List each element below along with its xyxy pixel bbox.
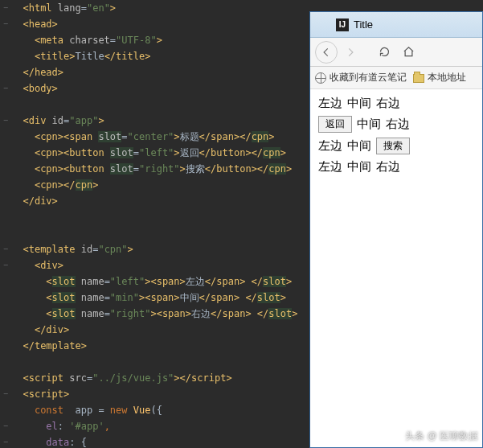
code-line[interactable]: − <body> [0,80,309,97]
code-content[interactable]: </head> [11,67,63,78]
code-content[interactable]: data: { [11,437,87,448]
fold-toggle-icon[interactable]: − [0,241,11,257]
code-line[interactable]: − <head> [0,16,309,32]
code-content[interactable]: <template id="cpn"> [11,244,133,255]
cpn-row-4: 左边 中间 右边 [318,159,474,175]
code-line[interactable]: − <template id="cpn"> [0,241,309,257]
search-slot-button[interactable]: 搜索 [376,138,410,154]
code-line[interactable]: − <script> [0,386,309,402]
back-slot-button[interactable]: 返回 [318,116,352,133]
browser-titlebar[interactable]: IJ Title [310,12,482,38]
code-content[interactable]: <title>Title</title> [11,51,150,62]
code-line[interactable]: − <div id="app"> [0,113,309,129]
bookmark-item-2[interactable]: 本地地址 [413,71,466,84]
slot-right: 右边 [376,159,400,175]
code-line[interactable] [0,209,309,225]
code-content[interactable]: <div> [11,260,63,271]
code-content[interactable] [11,228,23,239]
reload-button[interactable] [373,41,395,64]
code-line[interactable]: <cpn><button slot="right">搜索</button></c… [0,161,309,177]
code-content[interactable]: <cpn><button slot="left">返回</button></cp… [11,146,286,160]
code-line[interactable]: − <html lang="en"> [0,0,309,16]
code-line[interactable]: <cpn><span slot="center">标题</span></cpn> [0,129,309,145]
fold-toggle-icon[interactable]: − [0,16,11,32]
watermark: 头条 @ 医聊数据 [391,430,478,443]
code-line[interactable]: <slot name="right"><span>右边</span> </slo… [0,306,309,322]
slot-left: 左边 [318,159,342,175]
bookmark-label: 收藏到有道云笔记 [330,71,407,84]
globe-icon [315,72,326,84]
code-line[interactable]: − <div> [0,257,309,273]
code-content[interactable]: <html lang="en"> [11,2,116,14]
code-content[interactable] [11,99,23,110]
slot-left: 左边 [318,96,342,111]
slot-left: 左边 [318,138,342,154]
code-line[interactable]: <script src="../js/vue.js"></script> [0,370,309,386]
cpn-row-1: 左边 中间 右边 [318,96,474,111]
fold-toggle-icon[interactable]: − [0,80,11,97]
code-line[interactable]: − data: { [0,434,309,448]
slot-center: 中间 [347,96,371,111]
code-content[interactable]: const app = new Vue({ [11,405,162,416]
code-content[interactable]: <meta charset="UTF-8"> [11,35,162,46]
slot-center: 中间 [357,117,381,132]
fold-toggle-icon[interactable]: − [0,0,11,16]
code-editor[interactable]: − <html lang="en">− <head> <meta charset… [0,0,309,448]
forward-button[interactable] [339,41,362,64]
bookmark-item-1[interactable]: 收藏到有道云笔记 [315,71,407,84]
code-line[interactable]: <meta charset="UTF-8"> [0,32,309,48]
folder-icon [413,74,424,83]
code-content[interactable]: </template> [11,340,87,351]
code-content[interactable]: <cpn><button slot="right">搜索</button></c… [11,162,292,176]
code-line[interactable]: <slot name="min"><span>中间</span> </slot> [0,290,309,306]
code-content[interactable]: <div id="app"> [11,115,104,126]
code-line[interactable]: <cpn><button slot="left">返回</button></cp… [0,145,309,161]
back-button[interactable] [315,41,338,64]
code-line[interactable]: </div> [0,322,309,338]
code-line[interactable]: </div> [0,193,309,209]
cpn-row-3: 左边 中间 搜索 [318,138,474,154]
fold-toggle-icon[interactable]: − [0,113,11,129]
code-content[interactable] [11,356,23,368]
code-content[interactable]: <script src="../js/vue.js"></script> [11,372,232,384]
slot-right: 右边 [376,96,400,111]
code-content[interactable]: <body> [11,83,58,94]
code-line[interactable]: const app = new Vue({ [0,402,309,418]
code-line[interactable]: <title>Title</title> [0,48,309,64]
fold-toggle-icon[interactable]: − [0,418,11,434]
cpn-row-2: 返回 中间 右边 [318,116,474,133]
home-button[interactable] [397,41,420,64]
watermark-text: 头条 @ 医聊数据 [405,430,478,443]
code-content[interactable]: <slot name="min"><span>中间</span> </slot> [11,291,286,305]
code-content[interactable]: <cpn><span slot="center">标题</span></cpn> [11,130,275,144]
svg-point-0 [391,432,401,442]
code-content[interactable]: </div> [11,195,58,207]
fold-toggle-icon[interactable]: − [0,257,11,273]
code-line[interactable]: − el: '#app', [0,418,309,434]
rendered-page: 左边 中间 右边 返回 中间 右边 左边 中间 搜索 左边 中间 右边 [310,89,482,447]
browser-window: IJ Title 收藏到有道云笔记 本地地址 左边 中间 右边 [309,11,483,448]
bookmarks-bar: 收藏到有道云笔记 本地地址 [310,67,482,89]
fold-toggle-icon[interactable]: − [0,386,11,402]
code-line[interactable]: </head> [0,64,309,80]
slot-center: 中间 [347,138,371,154]
code-line[interactable]: <slot name="left"><span>左边</span> </slot… [0,273,309,290]
code-content[interactable]: <head> [11,18,58,30]
code-content[interactable]: </div> [11,324,69,335]
code-content[interactable]: el: '#app', [11,421,110,432]
code-line[interactable]: <cpn></cpn> [0,177,309,193]
fold-toggle-icon[interactable]: − [0,434,11,448]
page-favicon: IJ [336,18,349,31]
browser-toolbar [310,38,482,67]
code-line[interactable] [0,97,309,113]
code-content[interactable]: <slot name="right"><span>右边</span> </slo… [11,307,297,321]
code-content[interactable]: <script> [11,388,69,400]
bookmark-label: 本地地址 [428,71,466,84]
code-line[interactable]: </template> [0,338,309,354]
code-content[interactable]: <slot name="left"><span>左边</span> </slot… [11,275,292,289]
code-line[interactable] [0,225,309,241]
code-content[interactable] [11,212,23,223]
code-content[interactable]: <cpn></cpn> [11,179,98,191]
code-line[interactable] [0,354,309,370]
slot-center: 中间 [347,159,371,175]
